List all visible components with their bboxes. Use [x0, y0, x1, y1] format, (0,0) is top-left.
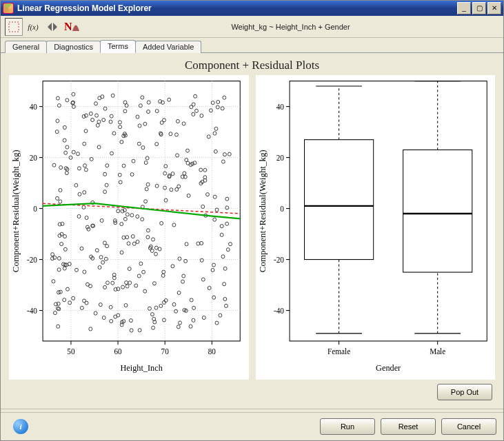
svg-point-62 — [164, 165, 168, 168]
svg-point-88 — [221, 160, 225, 163]
svg-rect-0 — [9, 22, 19, 32]
svg-point-295 — [192, 112, 195, 116]
svg-point-179 — [146, 183, 150, 186]
toolbar-select-tool[interactable] — [5, 18, 23, 36]
svg-point-37 — [139, 262, 143, 265]
svg-point-169 — [200, 258, 203, 262]
svg-point-186 — [213, 132, 216, 135]
svg-point-227 — [118, 173, 121, 176]
svg-point-182 — [123, 101, 127, 104]
svg-point-332 — [147, 101, 150, 104]
svg-point-134 — [52, 163, 56, 167]
svg-point-338 — [189, 325, 192, 328]
separator — [1, 409, 503, 409]
svg-point-175 — [124, 303, 128, 307]
svg-point-340 — [145, 187, 148, 191]
svg-point-272 — [98, 266, 101, 269]
svg-point-115 — [51, 253, 54, 256]
svg-point-184 — [57, 268, 61, 271]
svg-point-75 — [72, 92, 75, 96]
svg-point-105 — [130, 173, 134, 176]
run-button[interactable]: Run — [320, 418, 375, 435]
svg-point-125 — [96, 123, 99, 127]
svg-point-77 — [137, 142, 141, 145]
svg-point-114 — [199, 168, 203, 172]
svg-text:Female: Female — [327, 347, 350, 356]
svg-point-263 — [132, 159, 135, 163]
tab-diagnostics[interactable]: Diagnostics — [46, 41, 101, 53]
svg-point-289 — [102, 316, 105, 320]
svg-point-275 — [103, 172, 107, 176]
svg-point-259 — [211, 268, 214, 271]
svg-point-271 — [211, 101, 214, 105]
svg-point-324 — [78, 192, 81, 196]
svg-point-222 — [220, 233, 223, 236]
svg-point-121 — [213, 218, 216, 221]
close-button[interactable]: ✕ — [487, 2, 501, 14]
tab-terms[interactable]: Terms — [100, 40, 136, 53]
svg-point-153 — [206, 193, 210, 196]
titlebar: Linear Regression Model Explorer _ ▢ ✕ — [1, 1, 503, 16]
plots-row: Component+Residual(Weight_kg) Height_Inc… — [5, 75, 499, 380]
svg-point-39 — [104, 257, 108, 260]
svg-point-311 — [216, 105, 219, 109]
svg-point-103 — [123, 110, 127, 113]
svg-point-334 — [105, 245, 109, 248]
svg-point-255 — [87, 227, 90, 231]
scatter-xlabel: Height_Inch — [121, 363, 163, 373]
svg-point-36 — [121, 285, 125, 289]
svg-point-309 — [216, 100, 220, 103]
svg-point-210 — [105, 164, 109, 167]
svg-text:N: N — [64, 21, 72, 32]
svg-point-123 — [74, 183, 78, 187]
cancel-button[interactable]: Cancel — [441, 418, 496, 435]
mirror-icon — [46, 21, 59, 33]
svg-point-348 — [155, 110, 159, 113]
minimize-button[interactable]: _ — [457, 2, 471, 14]
svg-point-99 — [136, 240, 139, 243]
info-icon[interactable]: i — [13, 419, 28, 434]
maximize-button[interactable]: ▢ — [472, 2, 486, 14]
svg-point-89 — [122, 164, 125, 167]
boxplot-ylabel: Component+Residual(Weight_kg) — [258, 150, 268, 272]
svg-point-234 — [110, 152, 114, 155]
svg-text:0: 0 — [280, 205, 284, 213]
reset-button[interactable]: Reset — [381, 418, 436, 435]
svg-point-287 — [68, 301, 72, 305]
svg-point-181 — [220, 225, 223, 228]
svg-point-267 — [162, 270, 165, 274]
svg-point-329 — [94, 311, 97, 315]
svg-point-163 — [150, 249, 154, 252]
toolbar-distribution-tool[interactable]: N — [63, 18, 81, 36]
distribution-icon: N — [64, 21, 79, 33]
svg-point-244 — [84, 168, 88, 172]
svg-point-133 — [101, 95, 104, 99]
svg-point-257 — [225, 206, 229, 209]
svg-point-325 — [63, 267, 66, 270]
svg-point-328 — [178, 257, 181, 260]
svg-text:60: 60 — [114, 347, 121, 356]
svg-point-193 — [154, 252, 158, 256]
svg-point-32 — [212, 296, 216, 299]
toolbar-fx-tool[interactable]: f(x) — [24, 18, 42, 36]
svg-point-40 — [56, 119, 59, 123]
tab-general[interactable]: General — [5, 41, 47, 53]
svg-point-194 — [95, 114, 99, 117]
tab-added-variable[interactable]: Added Variable — [135, 41, 201, 53]
svg-point-199 — [52, 280, 55, 283]
svg-point-129 — [201, 205, 205, 208]
popout-button[interactable]: Pop Out — [437, 384, 492, 400]
toolbar-mirror-tool[interactable] — [43, 18, 61, 36]
app-window: Linear Regression Model Explorer _ ▢ ✕ f… — [0, 0, 504, 441]
svg-point-140 — [194, 94, 197, 98]
svg-point-70 — [201, 278, 205, 281]
svg-rect-370 — [304, 140, 373, 260]
svg-point-307 — [112, 132, 116, 135]
svg-point-236 — [144, 200, 148, 203]
svg-point-319 — [125, 213, 129, 216]
scatter-plot[interactable]: Component+Residual(Weight_kg) Height_Inc… — [9, 75, 249, 380]
svg-point-69 — [64, 151, 68, 154]
svg-point-158 — [101, 260, 105, 264]
svg-point-71 — [225, 304, 228, 307]
box-plot[interactable]: Component+Residual(Weight_kg) Gender -40… — [256, 75, 496, 380]
